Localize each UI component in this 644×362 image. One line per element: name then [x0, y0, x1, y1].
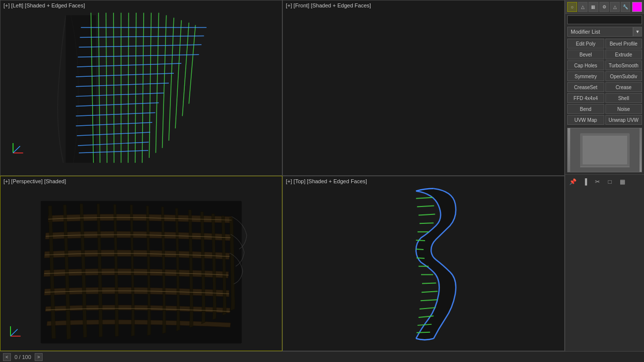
modifier-buttons-grid: Edit Poly Bevel Profile Bevel Extrude Ca…	[567, 39, 642, 125]
viewports-area: [+] [Left] [Shaded + Edged Faces]	[0, 0, 565, 351]
configure-icon[interactable]: ▦	[617, 176, 628, 187]
btn-turbosmooth[interactable]: TurboSmooth	[605, 60, 643, 70]
preview-inner	[568, 128, 642, 172]
top-toolbar: ☼ △ ▦ ⚙ △ 🔧	[565, 0, 644, 14]
svg-line-80	[417, 332, 430, 332]
toolbar-display-icon[interactable]: △	[610, 2, 620, 12]
viewport-top-canvas	[283, 176, 564, 351]
viewport-front[interactable]: [+] [Front] [Shaded + Edged Faces]	[282, 0, 565, 176]
top-viewport-row: [+] [Left] [Shaded + Edged Faces]	[0, 0, 565, 176]
btn-bevel-profile[interactable]: Bevel Profile	[605, 39, 643, 49]
right-panel: ☼ △ ▦ ⚙ △ 🔧 Modifier List ▼ Edit Poly Be…	[565, 0, 644, 351]
viewport-left[interactable]: [+] [Left] [Shaded + Edged Faces]	[0, 0, 282, 176]
btn-creaseset[interactable]: CreaseSet	[567, 82, 604, 92]
preview-svg	[570, 128, 640, 172]
btn-uvw-map[interactable]: UVW Map	[567, 115, 604, 125]
viewport-top[interactable]: [+] [Top] [Shaded + Edged Faces]	[282, 176, 565, 352]
btn-bevel[interactable]: Bevel	[567, 50, 604, 59]
status-next-btn[interactable]: >	[35, 353, 43, 361]
viewport-left-canvas	[0, 0, 282, 175]
main-container: [+] [Left] [Shaded + Edged Faces]	[0, 0, 644, 351]
btn-ffd4x4x4[interactable]: FFD 4x4x4	[567, 93, 604, 103]
pin-icon[interactable]: 📌	[567, 176, 578, 187]
btn-symmetry[interactable]: Symmetry	[567, 71, 604, 81]
btn-shell[interactable]: Shell	[605, 93, 643, 103]
status-prev-btn[interactable]: <	[3, 353, 11, 361]
svg-line-69	[416, 240, 425, 241]
svg-rect-0	[0, 0, 282, 175]
svg-line-7	[128, 13, 129, 163]
cut-icon[interactable]: ✂	[592, 176, 603, 187]
modifier-list-row: Modifier List ▼	[567, 27, 642, 37]
btn-noise[interactable]: Noise	[605, 104, 643, 114]
status-progress-text: 0 / 100	[13, 354, 33, 360]
toolbar-gear-icon[interactable]: ⚙	[599, 2, 609, 12]
svg-line-74	[422, 283, 436, 283]
show-hide-icon[interactable]: ▐	[580, 176, 590, 187]
modifier-list-dropdown[interactable]: ▼	[633, 27, 642, 37]
toolbar-cone-icon[interactable]: △	[578, 2, 588, 12]
search-input[interactable]	[567, 15, 642, 24]
btn-edit-poly[interactable]: Edit Poly	[567, 39, 604, 49]
btn-extrude[interactable]: Extrude	[605, 50, 643, 59]
color-swatch[interactable]	[632, 2, 642, 12]
btn-cap-holes[interactable]: Cap Holes	[567, 60, 604, 70]
search-box	[567, 15, 642, 24]
svg-line-70	[416, 249, 424, 249]
viewport-perspective[interactable]: [+] [Perspective] [Shaded]	[0, 176, 282, 352]
svg-line-5	[113, 13, 114, 163]
status-bar: < 0 / 100 >	[0, 351, 644, 362]
bottom-viewport-row: [+] [Perspective] [Shaded]	[0, 176, 565, 352]
svg-rect-34	[283, 0, 564, 175]
btn-bend[interactable]: Bend	[567, 104, 604, 114]
paste-icon[interactable]: □	[604, 176, 615, 187]
btn-opensubdiv[interactable]: OpenSubdiv	[605, 71, 643, 81]
toolbar-util-icon[interactable]: 🔧	[621, 2, 631, 12]
viewport-perspective-canvas	[0, 176, 282, 351]
preview-box	[567, 128, 642, 172]
svg-line-71	[417, 258, 425, 258]
svg-rect-85	[583, 136, 627, 164]
toolbar-sun-icon[interactable]: ☼	[567, 2, 577, 12]
svg-line-67	[420, 223, 433, 223]
btn-crease[interactable]: Crease	[605, 82, 643, 92]
toolbar-grid-icon[interactable]: ▦	[589, 2, 598, 12]
bottom-icons: 📌 ▐ ✂ □ ▦	[565, 174, 644, 189]
btn-unwrap-uvw[interactable]: Unwrap UVW	[605, 115, 643, 125]
modifier-list-label: Modifier List	[567, 27, 633, 37]
viewport-front-canvas	[283, 0, 564, 175]
